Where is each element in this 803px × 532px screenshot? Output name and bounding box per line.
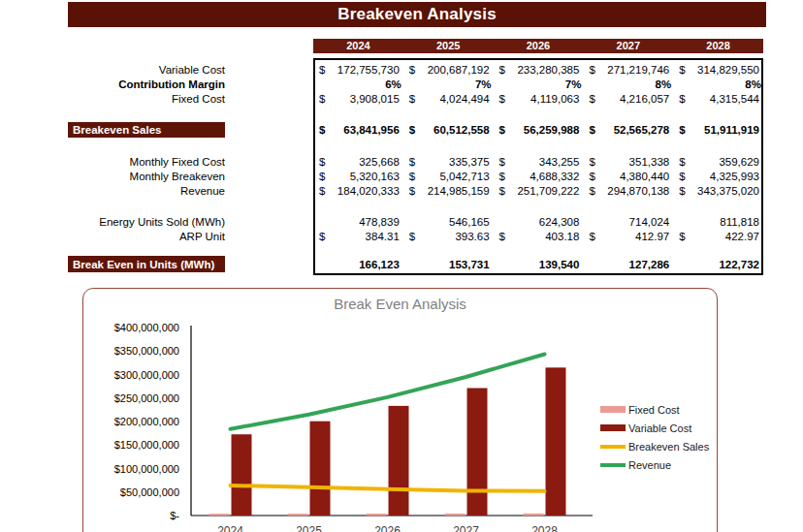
value-cell[interactable]: $4,216,057 (583, 93, 673, 105)
row-label[interactable]: Revenue (68, 185, 225, 197)
legend-item-revenue[interactable]: Revenue (600, 455, 709, 474)
currency-symbol: $ (494, 185, 505, 197)
value-cell[interactable]: $214,985,159 (403, 185, 494, 197)
value-cell[interactable]: $403.18 (494, 231, 584, 242)
value-cell[interactable]: 478,839 (313, 216, 403, 228)
currency-symbol: $ (403, 231, 415, 242)
value-cell[interactable]: 714,024 (583, 216, 673, 228)
value-cell[interactable]: $343,375,020 (673, 185, 763, 197)
table-row (68, 106, 763, 122)
value-cell[interactable]: $359,629 (673, 156, 763, 168)
value-cell[interactable]: $200,687,192 (403, 64, 494, 76)
value-cell[interactable]: 127,286 (583, 259, 673, 270)
currency-symbol: $ (673, 64, 685, 76)
year-header-cell[interactable]: 2028 (673, 39, 763, 53)
value-cell[interactable]: $4,024,494 (403, 93, 494, 105)
cell-value: 714,024 (629, 216, 674, 228)
variable-cost-bar (389, 406, 409, 516)
value-cell[interactable]: $4,119,063 (494, 93, 584, 105)
value-cell[interactable]: $172,755,730 (313, 64, 403, 76)
value-cell[interactable]: $56,259,988 (494, 124, 584, 136)
value-cell[interactable]: $271,219,746 (583, 64, 673, 76)
value-cell[interactable]: $51,911,919 (673, 124, 763, 136)
value-cell[interactable]: 7% (403, 78, 494, 90)
row-label[interactable]: Contribution Margin (68, 78, 225, 90)
cell-value: 233,280,385 (517, 64, 583, 76)
value-cell[interactable]: 7% (494, 78, 584, 90)
variable-cost-bar (467, 388, 488, 516)
row-label[interactable]: Variable Cost (68, 64, 225, 76)
row-label[interactable]: Monthly Fixed Cost (68, 156, 225, 168)
spreadsheet-page: { "title": "Breakeven Analysis", "years"… (0, 0, 803, 532)
value-cell[interactable]: $4,380,440 (583, 171, 673, 182)
row-label[interactable]: Breakeven Sales (68, 122, 225, 138)
value-cell[interactable]: 811,818 (673, 216, 763, 228)
table-row (68, 243, 763, 256)
value-cell[interactable]: $393.63 (403, 231, 494, 242)
cell-value: 271,219,746 (607, 64, 673, 76)
value-cell[interactable]: $351,338 (583, 156, 673, 168)
row-label[interactable]: Break Even in Units (MWh) (68, 256, 225, 272)
value-cell[interactable]: $335,375 (403, 156, 494, 168)
value-cell[interactable]: 8% (583, 78, 673, 90)
analysis-rows: Variable Cost$172,755,730$200,687,192$23… (68, 58, 763, 272)
row-label[interactable]: ARP Unit (68, 231, 225, 242)
value-cell[interactable]: 6% (313, 78, 403, 90)
cell-value: 4,024,494 (439, 93, 493, 105)
value-cell[interactable]: $4,325,993 (673, 171, 763, 182)
value-cell[interactable]: $60,512,558 (403, 124, 494, 136)
value-cell[interactable]: $294,870,138 (583, 185, 673, 197)
legend-item-variable-cost[interactable]: Variable Cost (600, 419, 709, 437)
value-cell[interactable]: $184,020,333 (313, 185, 403, 197)
year-header-cell[interactable]: 2027 (583, 39, 673, 53)
value-cell[interactable]: $4,688,332 (494, 171, 584, 182)
value-cell[interactable]: 153,731 (403, 259, 494, 270)
currency-symbol: $ (673, 124, 685, 136)
cell-value: 811,818 (720, 216, 763, 228)
cell-value: 184,020,333 (337, 185, 403, 197)
value-cell[interactable]: $314,829,550 (673, 64, 763, 76)
value-cell[interactable]: $5,320,163 (313, 171, 403, 182)
variable-cost-bar (232, 434, 252, 516)
year-header-cell[interactable]: 2026 (494, 39, 584, 53)
currency-symbol: $ (403, 185, 415, 197)
cell-value: 200,687,192 (428, 64, 494, 76)
legend-item-fixed-cost[interactable]: Fixed Cost (600, 400, 709, 419)
table-row: Contribution Margin6%7%7%8%8% (68, 77, 763, 91)
cell-value: 52,565,278 (614, 124, 674, 136)
legend-item-breakeven-sales[interactable]: Breakeven Sales (600, 437, 709, 455)
value-cell[interactable]: 139,540 (494, 259, 584, 270)
cell-value: 8% (656, 78, 674, 90)
row-label[interactable]: Monthly Breakeven (68, 171, 225, 182)
value-cell[interactable]: $422.97 (673, 231, 763, 242)
cell-value: 166,123 (359, 259, 403, 270)
cell-value: 127,286 (629, 259, 674, 270)
value-cell[interactable]: $384.31 (313, 231, 403, 242)
row-label[interactable]: Fixed Cost (68, 93, 225, 105)
year-header-cell[interactable]: 2024 (313, 39, 403, 53)
value-cell[interactable]: 122,732 (673, 259, 763, 270)
value-cell[interactable]: $5,042,713 (403, 171, 494, 182)
value-cell[interactable]: $63,841,956 (313, 124, 403, 136)
value-cell[interactable]: 546,165 (403, 216, 494, 228)
y-axis-tick-label: $- (170, 510, 179, 521)
currency-symbol: $ (583, 124, 594, 136)
value-cell[interactable]: $3,908,015 (313, 93, 403, 105)
x-axis-category-label: 2024 (217, 524, 243, 532)
cell-value: 4,688,332 (530, 171, 583, 182)
cell-value: 4,119,063 (530, 93, 583, 105)
value-cell[interactable]: $325,668 (313, 156, 403, 168)
value-cell[interactable]: 8% (673, 78, 763, 90)
row-label[interactable]: Energy Units Sold (MWh) (68, 216, 225, 228)
year-header-cell[interactable]: 2025 (403, 39, 494, 53)
value-cell[interactable]: 624,308 (494, 216, 584, 228)
value-cell[interactable]: $233,280,385 (494, 64, 584, 76)
value-cell[interactable]: $251,709,222 (494, 185, 584, 197)
value-cell[interactable]: $412.97 (583, 231, 673, 242)
cell-value: 4,315,544 (710, 93, 763, 105)
value-cell[interactable]: 166,123 (313, 259, 403, 270)
value-cell[interactable]: $4,315,544 (673, 93, 763, 105)
breakeven-chart[interactable]: Break Even Analysis $-$50,000,000$100,00… (82, 288, 718, 532)
value-cell[interactable]: $343,255 (494, 156, 584, 168)
value-cell[interactable]: $52,565,278 (583, 124, 673, 136)
